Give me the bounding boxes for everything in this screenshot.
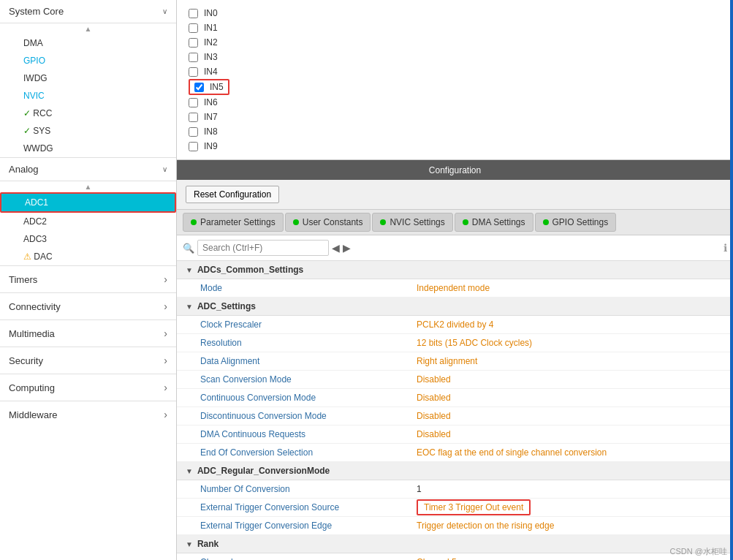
settings-value: EOC flag at the end of single channel co… bbox=[411, 444, 733, 461]
settings-label: Resolution bbox=[177, 334, 411, 352]
channel-label-in1: IN1 bbox=[204, 23, 218, 33]
sidebar-item-dma[interactable]: DMA bbox=[0, 34, 176, 52]
settings-label: End Of Conversion Selection bbox=[177, 444, 411, 461]
sidebar: System Core ∨ ▲ DMAGPIOIWDGNVIC✓ RCC✓ SY… bbox=[0, 0, 177, 560]
channel-label-in8: IN8 bbox=[204, 126, 218, 137]
sidebar-category-multimedia[interactable]: Multimedia› bbox=[0, 319, 176, 347]
sidebar-item-sys[interactable]: ✓ SYS bbox=[0, 122, 176, 140]
channel-label-in7: IN7 bbox=[204, 112, 218, 122]
category-label: Computing bbox=[9, 382, 55, 393]
tab-label: Parameter Settings bbox=[200, 217, 276, 227]
group-label: ADCs_Common_Settings bbox=[197, 265, 303, 275]
settings-group-header-adcs_common_settings[interactable]: ▼ADCs_Common_Settings bbox=[177, 261, 733, 279]
channel-list: IN0IN1IN2IN3IN4IN5IN6IN7IN8IN9 bbox=[177, 0, 733, 160]
settings-label: Clock Prescaler bbox=[177, 316, 411, 333]
sidebar-item-wwdg[interactable]: WWDG bbox=[0, 140, 176, 157]
tab-label: User Constants bbox=[303, 217, 363, 227]
tab-dot bbox=[543, 219, 549, 225]
settings-label: Channel bbox=[177, 553, 411, 560]
channel-items: IN0IN1IN2IN3IN4IN5IN6IN7IN8IN9 bbox=[189, 6, 721, 154]
category-label: Multimedia bbox=[9, 328, 55, 339]
settings-label: Mode bbox=[177, 279, 411, 297]
settings-group-header-adc_settings[interactable]: ▼ADC_Settings bbox=[177, 298, 733, 316]
settings-group-header-rank[interactable]: ▼Rank bbox=[177, 535, 733, 553]
sidebar-category-security[interactable]: Security› bbox=[0, 347, 176, 374]
tab-dma-settings[interactable]: DMA Settings bbox=[455, 213, 533, 232]
sidebar-category-middleware[interactable]: Middleware› bbox=[0, 401, 176, 428]
settings-group-header-adc_regular_conversionmode[interactable]: ▼ADC_Regular_ConversionMode bbox=[177, 462, 733, 480]
settings-row-discontinuous-conversion-mode: Discontinuous Conversion ModeDisabled bbox=[177, 407, 733, 425]
settings-row-scan-conversion-mode: Scan Conversion ModeDisabled bbox=[177, 371, 733, 389]
analog-header[interactable]: Analog ∨ bbox=[0, 158, 176, 181]
settings-row-end-of-conversion-selection: End Of Conversion SelectionEOC flag at t… bbox=[177, 444, 733, 462]
settings-value: Right alignment bbox=[411, 352, 733, 370]
sidebar-item-dac[interactable]: ⚠ DAC bbox=[0, 248, 176, 265]
search-input[interactable] bbox=[197, 240, 329, 256]
checkbox-in7[interactable] bbox=[189, 113, 198, 122]
settings-value: Independent mode bbox=[411, 279, 733, 297]
checkbox-in9[interactable] bbox=[189, 142, 198, 151]
watermark: CSDN @水柜哇 bbox=[670, 546, 727, 557]
tab-label: GPIO Settings bbox=[552, 217, 609, 227]
checkbox-in5[interactable] bbox=[194, 83, 204, 92]
settings-row-number-of-conversion: Number Of Conversion1 bbox=[177, 480, 733, 499]
right-panel: IN0IN1IN2IN3IN4IN5IN6IN7IN8IN9 Configura… bbox=[177, 0, 733, 560]
settings-row-data-alignment: Data AlignmentRight alignment bbox=[177, 352, 733, 371]
channel-label-in2: IN2 bbox=[204, 37, 218, 48]
tab-parameter-settings[interactable]: Parameter Settings bbox=[183, 213, 284, 232]
sidebar-item-gpio[interactable]: GPIO bbox=[0, 52, 176, 69]
tab-user-constants[interactable]: User Constants bbox=[285, 213, 371, 232]
channel-label-in4: IN4 bbox=[204, 67, 218, 77]
boxed-value: Timer 3 Trigger Out event bbox=[417, 499, 531, 515]
search-next-button[interactable]: ▶ bbox=[343, 242, 351, 254]
settings-label: Discontinuous Conversion Mode bbox=[177, 407, 411, 425]
settings-value: Disabled bbox=[411, 407, 733, 425]
category-label: Connectivity bbox=[9, 301, 61, 312]
collapse-icon: ▼ bbox=[186, 266, 193, 274]
checkbox-in4[interactable] bbox=[189, 67, 198, 77]
sidebar-item-nvic[interactable]: NVIC bbox=[0, 87, 176, 105]
sidebar-item-rcc[interactable]: ✓ RCC bbox=[0, 105, 176, 122]
channel-label-in0: IN0 bbox=[204, 8, 218, 18]
channel-label-in3: IN3 bbox=[204, 52, 218, 62]
sidebar-item-adc1[interactable]: ADC1 bbox=[0, 192, 176, 213]
category-arrow: › bbox=[164, 328, 167, 339]
search-icon: 🔍 bbox=[183, 243, 194, 254]
system-core-items: DMAGPIOIWDGNVIC✓ RCC✓ SYSWWDG bbox=[0, 34, 176, 157]
settings-row-resolution: Resolution12 bits (15 ADC Clock cycles) bbox=[177, 334, 733, 352]
reset-config-button[interactable]: Reset Configuration bbox=[186, 186, 279, 203]
sidebar-item-adc3[interactable]: ADC3 bbox=[0, 230, 176, 248]
settings-value: Disabled bbox=[411, 425, 733, 443]
analog-scroll-up: ▲ bbox=[0, 181, 176, 192]
settings-value: Disabled bbox=[411, 389, 733, 406]
channel-item-in6: IN6 bbox=[189, 95, 721, 110]
system-core-header[interactable]: System Core ∨ bbox=[0, 0, 176, 23]
sidebar-category-computing[interactable]: Computing› bbox=[0, 374, 176, 401]
checkbox-in0[interactable] bbox=[189, 9, 198, 18]
sidebar-category-connectivity[interactable]: Connectivity› bbox=[0, 292, 176, 319]
collapse-icon: ▼ bbox=[186, 540, 193, 548]
checkbox-in6[interactable] bbox=[189, 98, 198, 107]
channel-label-in5: IN5 bbox=[210, 82, 224, 92]
channel-item-in1: IN1 bbox=[189, 20, 721, 35]
checkbox-in1[interactable] bbox=[189, 23, 198, 33]
tab-nvic-settings[interactable]: NVIC Settings bbox=[372, 213, 452, 232]
search-prev-button[interactable]: ◀ bbox=[332, 242, 340, 254]
settings-label: DMA Continuous Requests bbox=[177, 425, 411, 443]
tab-dot bbox=[191, 219, 197, 225]
categories-list: Timers›Connectivity›Multimedia›Security›… bbox=[0, 265, 176, 428]
settings-label: Number Of Conversion bbox=[177, 480, 411, 498]
system-core-label: System Core bbox=[9, 6, 64, 17]
sidebar-category-timers[interactable]: Timers› bbox=[0, 265, 176, 292]
category-arrow: › bbox=[164, 409, 167, 420]
checkbox-in2[interactable] bbox=[189, 38, 198, 48]
settings-label: External Trigger Conversion Source bbox=[177, 499, 411, 516]
checkbox-in8[interactable] bbox=[189, 127, 198, 137]
checkbox-in3[interactable] bbox=[189, 53, 198, 62]
tab-gpio-settings[interactable]: GPIO Settings bbox=[535, 213, 617, 232]
settings-row-continuous-conversion-mode: Continuous Conversion ModeDisabled bbox=[177, 389, 733, 407]
sidebar-item-adc2[interactable]: ADC2 bbox=[0, 213, 176, 230]
tabs-list: Parameter SettingsUser ConstantsNVIC Set… bbox=[183, 213, 616, 232]
tab-label: DMA Settings bbox=[472, 217, 525, 227]
sidebar-item-iwdg[interactable]: IWDG bbox=[0, 69, 176, 87]
